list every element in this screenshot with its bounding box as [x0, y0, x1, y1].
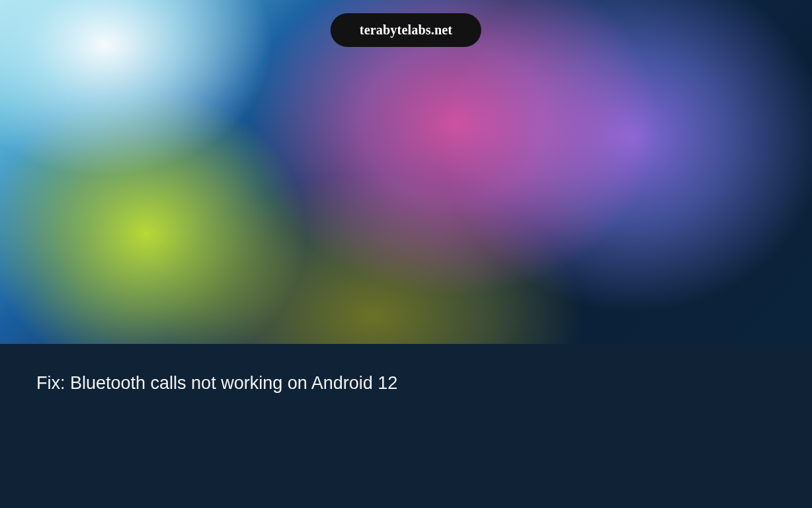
- gradient-background: [0, 0, 812, 344]
- hero-image: terabytelabs.net: [0, 0, 812, 344]
- site-badge: terabytelabs.net: [331, 13, 481, 47]
- article-title: Fix: Bluetooth calls not working on Andr…: [36, 372, 776, 395]
- caption-band: [0, 344, 812, 508]
- article-card: terabytelabs.net Fix: Bluetooth calls no…: [0, 0, 812, 508]
- site-badge-label: terabytelabs.net: [360, 22, 452, 37]
- article-title-text: Fix: Bluetooth calls not working on Andr…: [36, 373, 397, 393]
